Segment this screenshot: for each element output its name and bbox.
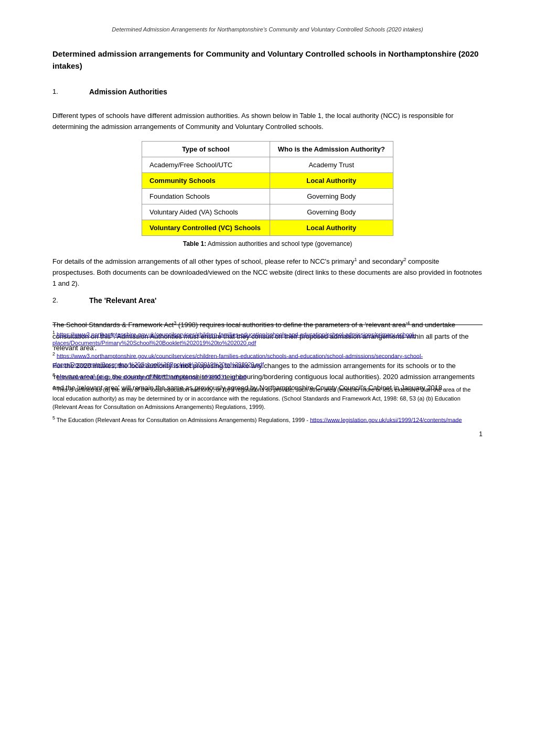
table-wrapper: Type of school Who is the Admission Auth… <box>52 141 483 236</box>
admission-table: Type of school Who is the Admission Auth… <box>142 141 393 236</box>
footnote-item: 3 http://www.legislation.gov.uk/ukpga/19… <box>52 372 483 381</box>
section-1-header: 1. Admission Authorities <box>52 88 483 103</box>
footnote-link[interactable]: https://www3.northamptonshire.gov.uk/cou… <box>52 352 423 368</box>
table-row-authority: Local Authority <box>270 172 393 188</box>
table-row-school: Community Schools <box>142 172 270 188</box>
table-row: Voluntary Aided (VA) SchoolsGoverning Bo… <box>142 204 393 220</box>
footnote-section: 1 https://www3.northamptonshire.gov.uk/c… <box>52 325 483 427</box>
table-row-school: Voluntary Aided (VA) Schools <box>142 204 270 220</box>
table-row: Voluntary Controlled (VC) SchoolsLocal A… <box>142 220 393 235</box>
footnote-link[interactable]: https://www.legislation.gov.uk/uksi/1999… <box>310 416 462 423</box>
col2-header: Who is the Admission Authority? <box>270 141 393 157</box>
table-row-authority: Governing Body <box>270 188 393 204</box>
table-row-school: Academy/Free School/UTC <box>142 157 270 172</box>
header-title: Determined Admission Arrangements for No… <box>52 21 483 33</box>
col1-header: Type of school <box>142 141 270 157</box>
post-table-text: For details of the admission arrangement… <box>52 256 483 289</box>
table-row-authority: Academy Trust <box>270 157 393 172</box>
footnote-item: 2 https://www3.northamptonshire.gov.uk/c… <box>52 351 483 369</box>
table-row: Academy/Free School/UTCAcademy Trust <box>142 157 393 172</box>
section-2-title: The 'Relevant Area' <box>89 296 483 305</box>
footnote-link[interactable]: http://www.legislation.gov.uk/ukpga/1998… <box>57 374 247 380</box>
section-2-number: 2. <box>52 296 73 312</box>
section-1-number: 1. <box>52 88 73 103</box>
page-number: 1 <box>479 430 483 438</box>
section-1-intro: Different types of schools have differen… <box>52 111 483 133</box>
page-container: Determined Admission Arrangements for No… <box>52 0 483 443</box>
table-row-school: Voluntary Controlled (VC) Schools <box>142 220 270 235</box>
table-row-school: Foundation Schools <box>142 188 270 204</box>
footnote-item: 5 The Education (Relevant Areas for Cons… <box>52 415 483 424</box>
section-2-header: 2. The 'Relevant Area' <box>52 296 483 312</box>
table-row: Foundation SchoolsGoverning Body <box>142 188 393 204</box>
main-title: Determined admission arrangements for Co… <box>52 48 483 72</box>
table-row-authority: Governing Body <box>270 204 393 220</box>
table-caption: Table 1: Admission authorities and schoo… <box>52 240 483 247</box>
footnote-link[interactable]: https://www3.northamptonshire.gov.uk/cou… <box>52 331 415 347</box>
table-row-authority: Local Authority <box>270 220 393 235</box>
footnote-item: 1 https://www3.northamptonshire.gov.uk/c… <box>52 329 483 348</box>
footnote-item: 4 This is defined as (a) the area of the… <box>52 384 483 411</box>
table-row: Community SchoolsLocal Authority <box>142 172 393 188</box>
section-1-title: Admission Authorities <box>89 88 483 96</box>
